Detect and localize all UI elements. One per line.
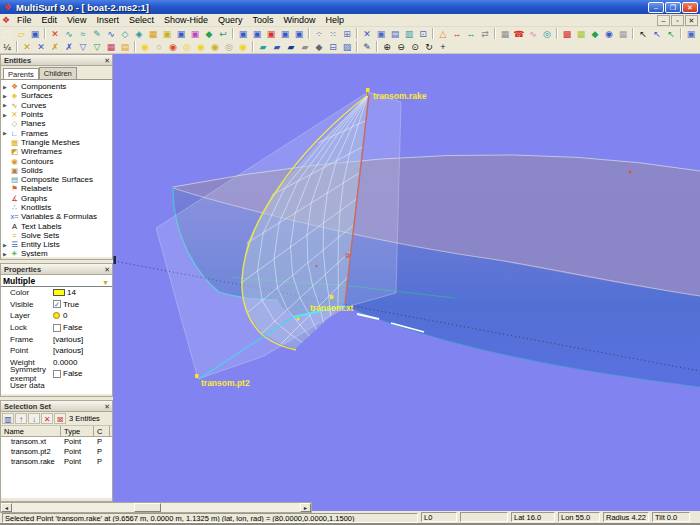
normals-icon[interactable]: ✎ [360, 41, 374, 53]
menu-window[interactable]: Window [278, 15, 320, 25]
find-icon[interactable]: ⊡ [416, 28, 430, 40]
property-value[interactable]: 14 [53, 288, 76, 297]
save-icon[interactable]: ▣ [28, 28, 42, 40]
insert-edge-icon[interactable]: ∿ [104, 28, 118, 40]
slice-icon[interactable]: ⊟ [326, 41, 340, 53]
menu-edit[interactable]: Edit [37, 15, 63, 25]
ss-move-down-icon[interactable]: ↓ [28, 413, 40, 424]
menu-query[interactable]: Query [213, 15, 248, 25]
scroll-right-icon[interactable]: ► [300, 503, 311, 512]
property-value[interactable]: False [53, 323, 83, 332]
swap-icon[interactable]: ⇄ [478, 28, 492, 40]
checkbox-unchecked-icon[interactable] [53, 324, 61, 332]
hatch-icon[interactable]: ▨ [340, 41, 354, 53]
insert-plane-icon[interactable]: ▣ [174, 28, 188, 40]
insert-relabel-icon[interactable]: ↩ [216, 28, 230, 40]
copy-icon[interactable]: ▣ [374, 28, 388, 40]
divisions-icon[interactable]: ¼ [0, 41, 14, 53]
close-button[interactable]: ✕ [682, 2, 698, 13]
mdi-close-button[interactable]: ✕ [685, 15, 698, 26]
show-query-icon[interactable]: ◎ [180, 41, 194, 53]
paste-icon[interactable]: ▤ [388, 28, 402, 40]
expander-icon[interactable]: ▶ [1, 102, 9, 108]
expander-icon[interactable]: ▶ [1, 242, 9, 248]
insert-point-icon[interactable]: ∿ [62, 28, 76, 40]
tree-item-composite-surfaces[interactable]: ▤Composite Surfaces [1, 175, 112, 184]
view-persp-icon[interactable]: ▣ [292, 28, 306, 40]
label-transom-xt[interactable]: transom.xt [310, 303, 354, 313]
table-icon[interactable]: ▦ [498, 28, 512, 40]
x-ray4-icon[interactable]: ✗ [62, 41, 76, 53]
insert-curve-icon[interactable]: ≈ [76, 28, 90, 40]
restore-button[interactable]: ❐ [665, 2, 681, 13]
snap-point-icon[interactable]: ⁙ [326, 28, 340, 40]
tree-item-text-labels[interactable]: AText Labels [1, 221, 112, 230]
menu-help[interactable]: Help [321, 15, 350, 25]
mesh2-icon[interactable]: ▦ [574, 28, 588, 40]
menu-select[interactable]: Select [124, 15, 159, 25]
render1-icon[interactable]: ▰ [256, 41, 270, 53]
select-add-icon[interactable]: ↖ [650, 28, 664, 40]
tab-children[interactable]: Children [39, 67, 77, 79]
filter1-icon[interactable]: ▽ [76, 41, 90, 53]
checkbox-unchecked-icon[interactable] [53, 370, 61, 378]
pin-icon[interactable]: ◉ [602, 28, 616, 40]
tree-item-surfaces[interactable]: ▶◈Surfaces [1, 91, 112, 100]
column-header-c[interactable]: C [94, 426, 110, 436]
colors-icon[interactable]: ▤ [118, 41, 132, 53]
insert-snake-icon[interactable]: ✎ [90, 28, 104, 40]
select-arrow-icon[interactable]: ↖ [636, 28, 650, 40]
tree-item-wireframes[interactable]: ◩Wireframes [1, 147, 112, 156]
show-sel-icon[interactable]: ◉ [194, 41, 208, 53]
cascade-icon[interactable]: ▣ [684, 28, 698, 40]
filter2-icon[interactable]: ▽ [90, 41, 104, 53]
scroll-left-icon[interactable]: ◄ [1, 503, 12, 512]
x-ray2-icon[interactable]: ✕ [34, 41, 48, 53]
zoom-window-icon[interactable]: ⊙ [408, 41, 422, 53]
rotate-view-icon[interactable]: ↻ [422, 41, 436, 53]
tree-item-relabels[interactable]: ⚑Relabels [1, 184, 112, 193]
property-value[interactable]: False [53, 369, 83, 378]
property-value[interactable]: 0.0000 [53, 358, 77, 367]
property-value[interactable]: 0 [53, 311, 67, 320]
show-parents-icon[interactable]: ◉ [208, 41, 222, 53]
new-file-icon[interactable]: ▢ [0, 28, 14, 40]
tree-item-graphs[interactable]: ∡Graphs [1, 194, 112, 203]
tree-item-contours[interactable]: ◉Contours [1, 156, 112, 165]
mdi-restore-button[interactable]: ▫ [671, 15, 684, 26]
column-header-type[interactable]: Type [61, 426, 94, 436]
layer-bulb-icon[interactable] [53, 312, 60, 319]
table-row[interactable]: transom.rakePointP [1, 457, 112, 467]
tree-item-points[interactable]: ▶✕Points [1, 110, 112, 119]
show-red-icon[interactable]: ◉ [166, 41, 180, 53]
tree-item-triangle-meshes[interactable]: ▦Triangle Meshes [1, 138, 112, 147]
hide-sel-icon[interactable]: ◎ [222, 41, 236, 53]
property-value[interactable]: [various] [53, 335, 83, 344]
delete-icon[interactable]: ✕ [48, 28, 62, 40]
view-front-icon[interactable]: ▣ [236, 28, 250, 40]
snap-mode-icon[interactable]: ⊞ [340, 28, 354, 40]
wave-icon[interactable]: ∿ [526, 28, 540, 40]
support-icon[interactable]: ☎ [512, 28, 526, 40]
tab-parents[interactable]: Parents [3, 68, 39, 79]
paste-special-icon[interactable]: ▥ [402, 28, 416, 40]
table-row[interactable]: transom.xtPointP [1, 437, 112, 447]
selection-set-close-icon[interactable]: ✕ [104, 401, 110, 412]
insert-contour-icon[interactable]: ◆ [202, 28, 216, 40]
menu-file[interactable]: File [12, 15, 37, 25]
ss-remove-icon[interactable]: ✕ [41, 413, 53, 424]
zoom-out-icon[interactable]: ⊖ [394, 41, 408, 53]
layers-icon[interactable]: ▦ [104, 41, 118, 53]
expander-icon[interactable]: ▶ [1, 112, 9, 118]
tree-item-planes[interactable]: ◇Planes [1, 119, 112, 128]
x-ray1-icon[interactable]: ✕ [20, 41, 34, 53]
ok-nav-icon[interactable]: ↔ [464, 28, 478, 40]
show-deps-icon[interactable]: ◉ [236, 41, 250, 53]
horizontal-scrollbar[interactable]: ◄ ► [0, 502, 312, 513]
keel-point-marker[interactable] [296, 317, 299, 320]
color-swatch[interactable] [53, 289, 65, 296]
expander-icon[interactable]: ▶ [1, 130, 9, 136]
mdi-minimize-button[interactable]: – [657, 15, 670, 26]
insert-solid-icon[interactable]: ▣ [160, 28, 174, 40]
offset-icon[interactable]: ◆ [588, 28, 602, 40]
